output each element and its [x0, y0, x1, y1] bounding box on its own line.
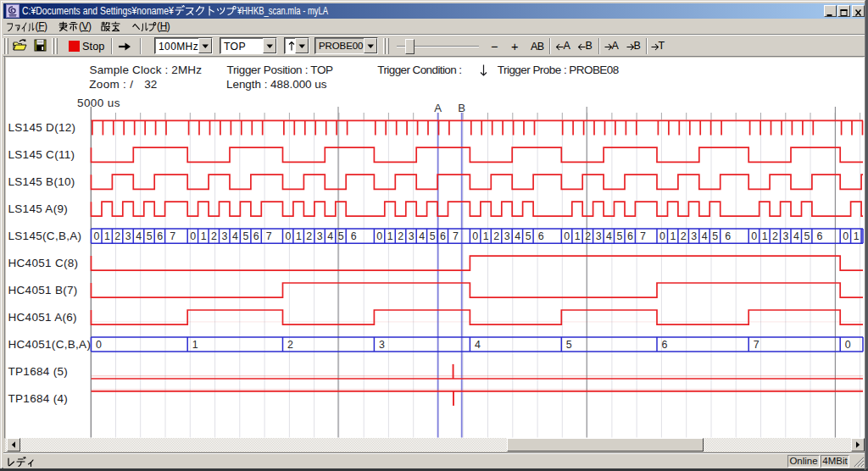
svg-text:HC4051 B(7): HC4051 B(7): [8, 284, 78, 296]
svg-text:LS145 B(10): LS145 B(10): [8, 175, 75, 188]
svg-text:3: 3: [409, 230, 415, 242]
svg-text:2: 2: [493, 230, 499, 242]
svg-text:6: 6: [662, 339, 668, 351]
svg-text:5: 5: [526, 230, 531, 242]
svg-text:1: 1: [296, 230, 302, 242]
svg-text:3: 3: [691, 230, 697, 242]
svg-text:1: 1: [201, 230, 207, 242]
svg-text:7: 7: [453, 230, 459, 242]
svg-text:0: 0: [564, 230, 570, 242]
svg-text:LS145(C,B,A): LS145(C,B,A): [8, 230, 82, 242]
svg-text:7: 7: [754, 339, 760, 351]
svg-text:2: 2: [211, 230, 217, 242]
svg-text:4: 4: [515, 230, 520, 242]
svg-text:5: 5: [147, 230, 153, 242]
svg-text:HC4051(C,B,A): HC4051(C,B,A): [8, 338, 92, 351]
svg-text:1: 1: [762, 230, 768, 242]
svg-text:4: 4: [136, 230, 142, 242]
svg-text:6: 6: [816, 230, 822, 242]
svg-text:1: 1: [192, 339, 198, 351]
svg-text:3: 3: [379, 339, 385, 351]
svg-text:1: 1: [483, 230, 489, 242]
svg-text:5: 5: [712, 230, 718, 242]
svg-text:TP1684 (5): TP1684 (5): [8, 365, 69, 378]
svg-text:3: 3: [125, 230, 131, 242]
svg-text:1: 1: [387, 230, 393, 242]
svg-text:6: 6: [538, 230, 544, 242]
svg-text:7: 7: [266, 230, 272, 242]
svg-text:0: 0: [285, 230, 291, 242]
svg-text:1: 1: [670, 230, 676, 242]
svg-text:1: 1: [854, 230, 860, 242]
svg-text:2: 2: [681, 230, 687, 242]
svg-text:LS145 C(11): LS145 C(11): [8, 148, 75, 161]
svg-text:2: 2: [585, 230, 591, 242]
svg-text:0: 0: [472, 230, 478, 242]
svg-text:2: 2: [306, 230, 312, 242]
svg-text:6: 6: [725, 230, 731, 242]
svg-text:0: 0: [376, 230, 382, 242]
svg-text:0: 0: [93, 230, 99, 242]
svg-text:LS145 A(9): LS145 A(9): [8, 202, 69, 215]
svg-text:4: 4: [475, 339, 481, 351]
svg-text:0: 0: [190, 230, 196, 242]
svg-text:6: 6: [351, 230, 357, 242]
svg-text:1: 1: [575, 230, 581, 242]
svg-text:7: 7: [640, 230, 646, 242]
svg-text:4: 4: [419, 230, 425, 242]
svg-text:2: 2: [772, 230, 778, 242]
svg-text:3: 3: [504, 230, 510, 242]
svg-text:0: 0: [659, 230, 665, 242]
svg-text:4: 4: [793, 230, 799, 242]
svg-text:5000 us: 5000 us: [77, 97, 120, 109]
svg-text:5: 5: [804, 230, 810, 242]
svg-text:4: 4: [232, 230, 238, 242]
svg-text:0: 0: [96, 339, 102, 351]
svg-text:4: 4: [606, 230, 612, 242]
svg-text:5: 5: [242, 230, 248, 242]
svg-text:5: 5: [566, 339, 572, 351]
svg-text:HC4051 C(8): HC4051 C(8): [8, 257, 79, 269]
svg-text:6: 6: [253, 230, 259, 242]
svg-text:3: 3: [222, 230, 228, 242]
svg-text:HC4051 A(6): HC4051 A(6): [8, 311, 77, 324]
svg-text:6: 6: [157, 230, 163, 242]
svg-text:3: 3: [317, 230, 323, 242]
svg-text:3: 3: [783, 230, 789, 242]
svg-text:2: 2: [398, 230, 403, 242]
svg-text:3: 3: [596, 230, 602, 242]
svg-text:1: 1: [104, 230, 110, 242]
svg-text:0: 0: [843, 230, 849, 242]
svg-text:5: 5: [338, 230, 344, 242]
svg-text:4: 4: [327, 230, 333, 242]
svg-text:7: 7: [170, 230, 175, 242]
svg-text:0: 0: [751, 230, 757, 242]
svg-text:5: 5: [617, 230, 623, 242]
svg-text:B: B: [458, 102, 465, 114]
svg-text:2: 2: [114, 230, 120, 242]
svg-text:TP1684 (4): TP1684 (4): [8, 392, 69, 405]
svg-text:5: 5: [430, 230, 436, 242]
svg-text:A: A: [434, 102, 442, 114]
svg-text:6: 6: [627, 230, 633, 242]
svg-text:2: 2: [287, 339, 293, 351]
svg-text:6: 6: [440, 230, 446, 242]
svg-text:0: 0: [845, 339, 851, 351]
svg-text:4: 4: [702, 230, 708, 242]
svg-text:LS145 D(12): LS145 D(12): [8, 121, 76, 134]
